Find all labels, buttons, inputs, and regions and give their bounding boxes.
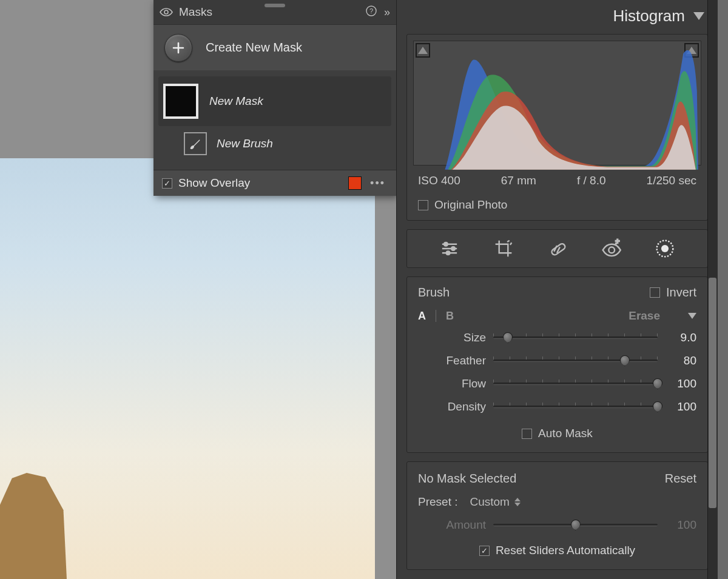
masks-title: Masks	[179, 5, 360, 19]
brush-section: Brush Invert A B Erase Size 9.0 Feather	[406, 276, 708, 453]
reset-auto-row: Reset Sliders Automatically	[418, 537, 696, 557]
canvas-top-gray	[0, 0, 153, 158]
density-slider-row: Density 100	[418, 395, 696, 418]
photo-rock	[0, 473, 67, 579]
density-label: Density	[418, 400, 486, 413]
brush-ab-row: A B Erase	[418, 300, 696, 326]
svg-point-4	[452, 247, 456, 250]
svg-point-5	[447, 251, 450, 255]
brush-a-button[interactable]: A	[418, 310, 426, 323]
masks-panel: Masks ? » Create New Mask New Mask New B…	[153, 0, 396, 196]
feather-slider[interactable]	[493, 355, 658, 366]
panel-drag-handle[interactable]	[265, 4, 285, 7]
amount-label: Amount	[418, 518, 486, 532]
aperture-value: f / 8.0	[577, 174, 606, 187]
svg-text:?: ?	[369, 7, 373, 15]
preset-select[interactable]: Custom	[470, 495, 520, 509]
edit-sliders-icon[interactable]	[439, 238, 460, 259]
reset-auto-label: Reset Sliders Automatically	[496, 544, 635, 557]
original-photo-row: Original Photo	[407, 187, 707, 212]
crop-icon[interactable]	[493, 238, 514, 259]
reset-button[interactable]: Reset	[665, 472, 696, 486]
amount-slider[interactable]	[493, 520, 658, 530]
overlay-bar: Show Overlay •••	[153, 170, 396, 196]
photo-preview[interactable]	[0, 158, 375, 579]
amount-value: 100	[665, 518, 696, 532]
histogram-curves	[414, 41, 701, 170]
updown-icon	[514, 498, 521, 506]
feather-slider-row: Feather 80	[418, 349, 696, 372]
masking-icon[interactable]	[655, 238, 675, 259]
collapse-icon[interactable]: »	[384, 6, 390, 19]
plus-icon	[164, 34, 192, 62]
show-overlay-checkbox[interactable]	[162, 178, 172, 189]
invert-checkbox[interactable]	[650, 287, 660, 298]
brush-icon	[184, 132, 207, 155]
histogram-title: Histogram	[613, 7, 685, 25]
mask-component-label: New Brush	[217, 137, 273, 150]
divider	[436, 310, 436, 322]
size-slider-row: Size 9.0	[418, 326, 696, 349]
amount-slider-row: Amount 100	[418, 514, 696, 537]
size-value[interactable]: 9.0	[665, 331, 696, 344]
help-icon[interactable]: ?	[366, 5, 377, 19]
create-new-mask-button[interactable]: Create New Mask	[153, 24, 396, 70]
no-mask-label: No Mask Selected	[418, 472, 516, 486]
effect-section: No Mask Selected Reset Preset : Custom A…	[406, 461, 708, 570]
flow-label: Flow	[418, 377, 486, 390]
original-photo-checkbox[interactable]	[418, 200, 428, 210]
automask-row: Auto Mask	[418, 418, 696, 440]
svg-point-12	[661, 245, 669, 252]
chevron-down-icon[interactable]	[693, 12, 704, 20]
exif-row: ISO 400 67 mm f / 8.0 1/250 sec	[407, 168, 707, 187]
size-label: Size	[418, 331, 486, 344]
create-new-mask-label: Create New Mask	[206, 41, 302, 55]
histogram-box: ISO 400 67 mm f / 8.0 1/250 sec Original…	[406, 34, 708, 221]
svg-text:+: +	[615, 238, 619, 246]
automask-label: Auto Mask	[538, 427, 593, 440]
feather-value[interactable]: 80	[665, 354, 696, 367]
right-panel: Histogram ISO 400 67 mm f / 8.0 1/250 se…	[396, 0, 718, 579]
flow-value[interactable]: 100	[665, 377, 696, 390]
preset-value: Custom	[470, 495, 509, 509]
brush-section-label: Brush	[418, 286, 450, 300]
svg-point-3	[444, 243, 448, 246]
scrollbar-track[interactable]	[707, 0, 718, 579]
heal-icon[interactable]	[547, 238, 567, 259]
redeye-icon[interactable]: +	[601, 238, 621, 259]
iso-value: ISO 400	[418, 174, 460, 187]
histogram-chart[interactable]	[413, 41, 701, 166]
more-icon[interactable]: •••	[368, 177, 388, 190]
density-value[interactable]: 100	[665, 400, 696, 413]
preset-label: Preset :	[418, 495, 457, 509]
focal-value: 67 mm	[501, 174, 536, 187]
histogram-header[interactable]: Histogram	[397, 0, 718, 32]
feather-label: Feather	[418, 354, 486, 367]
shutter-value: 1/250 sec	[647, 174, 696, 187]
svg-point-0	[164, 10, 168, 14]
mask-item[interactable]: New Mask	[158, 76, 391, 126]
invert-label: Invert	[666, 286, 696, 300]
show-overlay-label: Show Overlay	[178, 176, 342, 190]
automask-checkbox[interactable]	[522, 429, 532, 439]
chevron-down-icon[interactable]	[688, 313, 696, 319]
svg-point-9	[608, 247, 615, 253]
mask-component-item[interactable]: New Brush	[158, 126, 391, 164]
mask-thumbnail	[163, 84, 198, 119]
original-photo-label: Original Photo	[434, 198, 507, 212]
visibility-icon[interactable]	[160, 7, 173, 17]
flow-slider[interactable]	[493, 378, 658, 389]
erase-button[interactable]: Erase	[629, 309, 660, 323]
flow-slider-row: Flow 100	[418, 372, 696, 395]
overlay-color-swatch[interactable]	[348, 176, 362, 190]
scrollbar-thumb[interactable]	[709, 278, 716, 508]
brush-b-button[interactable]: B	[446, 310, 454, 323]
reset-auto-checkbox[interactable]	[479, 546, 490, 556]
tool-strip: +	[406, 229, 708, 268]
mask-list: New Mask New Brush	[153, 70, 396, 170]
size-slider[interactable]	[493, 332, 658, 343]
mask-item-label: New Mask	[209, 95, 263, 108]
density-slider[interactable]	[493, 401, 658, 412]
